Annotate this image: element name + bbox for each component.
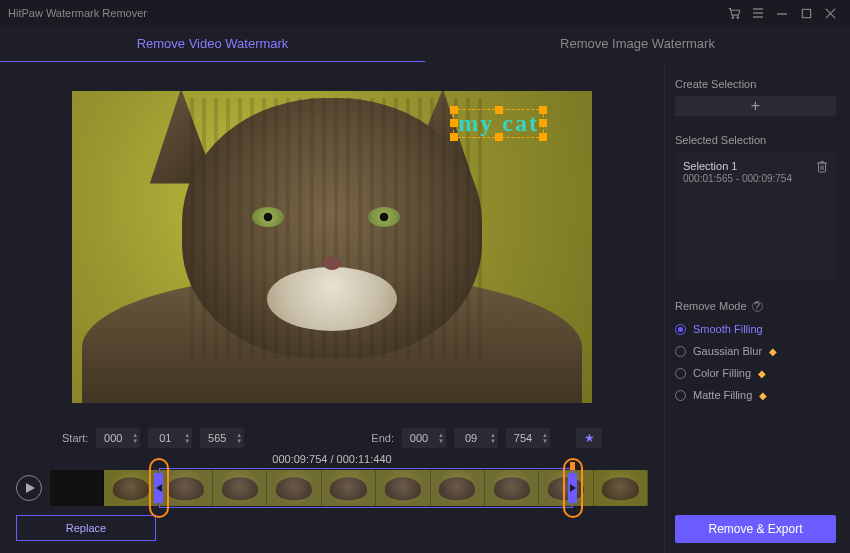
thumbnail[interactable]	[267, 470, 321, 506]
maximize-icon[interactable]	[794, 1, 818, 25]
svg-marker-9	[26, 483, 35, 493]
resize-handle[interactable]	[450, 133, 458, 141]
resize-handle[interactable]	[495, 133, 503, 141]
titlebar: HitPaw Watermark Remover	[0, 0, 850, 26]
selection-item[interactable]: Selection 1 000:01:565 - 000:09:754	[683, 160, 828, 184]
time-input-row: Start: ▲▼ ▲▼ ▲▼ End: ▲▼ ▲▼ ▲▼ ★	[8, 423, 656, 453]
timeline-thumbnails[interactable]	[50, 470, 648, 506]
start-minutes[interactable]: ▲▼	[148, 428, 192, 448]
svg-point-1	[736, 16, 738, 18]
premium-icon: ◆	[769, 346, 777, 357]
premium-icon: ◆	[758, 368, 766, 379]
create-selection-label: Create Selection	[675, 78, 836, 90]
watermark-selection-box[interactable]: my cat	[453, 109, 544, 138]
selected-selection-label: Selected Selection	[675, 134, 836, 146]
mode-tabs: Remove Video Watermark Remove Image Wate…	[0, 26, 850, 62]
resize-handle[interactable]	[450, 106, 458, 114]
end-ms[interactable]: ▲▼	[506, 428, 550, 448]
replace-button[interactable]: Replace	[16, 515, 156, 541]
mode-smooth-filling[interactable]: Smooth Filling	[675, 318, 836, 340]
resize-handle[interactable]	[539, 106, 547, 114]
tab-image-watermark[interactable]: Remove Image Watermark	[425, 26, 850, 62]
thumbnail[interactable]	[376, 470, 430, 506]
play-button[interactable]	[16, 475, 42, 501]
selection-range-text: 000:01:565 - 000:09:754	[683, 173, 810, 184]
close-icon[interactable]	[818, 1, 842, 25]
mode-matte-filling[interactable]: Matte Filling◆	[675, 384, 836, 406]
video-preview[interactable]: my cat	[8, 70, 656, 423]
selection-name: Selection 1	[683, 160, 810, 172]
playhead-marker[interactable]	[570, 462, 575, 470]
thumbnail[interactable]	[213, 470, 267, 506]
add-selection-button[interactable]: +	[675, 96, 836, 116]
resize-handle[interactable]	[539, 133, 547, 141]
resize-handle[interactable]	[539, 119, 547, 127]
delete-selection-icon[interactable]	[816, 160, 828, 176]
svg-marker-11	[570, 484, 576, 492]
resize-handle[interactable]	[495, 106, 503, 114]
favorite-button[interactable]: ★	[576, 428, 602, 448]
start-label: Start:	[62, 432, 88, 444]
mode-gaussian-blur[interactable]: Gaussian Blur◆	[675, 340, 836, 362]
time-counter: 000:09:754 / 000:11:440	[8, 453, 656, 467]
thumbnail[interactable]	[431, 470, 485, 506]
end-label: End:	[371, 432, 394, 444]
thumbnail[interactable]	[485, 470, 539, 506]
cart-icon[interactable]	[722, 1, 746, 25]
remove-export-button[interactable]: Remove & Export	[675, 515, 836, 543]
help-icon[interactable]: ?	[752, 301, 763, 312]
selection-list: Selection 1 000:01:565 - 000:09:754	[675, 152, 836, 280]
svg-rect-12	[819, 163, 826, 172]
timeline	[8, 467, 656, 509]
resize-handle[interactable]	[450, 119, 458, 127]
range-start-handle[interactable]	[149, 458, 169, 518]
thumbnail[interactable]	[594, 470, 648, 506]
svg-rect-6	[802, 9, 810, 17]
svg-point-0	[732, 16, 734, 18]
thumbnail[interactable]	[322, 470, 376, 506]
end-hours[interactable]: ▲▼	[402, 428, 446, 448]
app-title: HitPaw Watermark Remover	[8, 7, 147, 19]
menu-icon[interactable]	[746, 1, 770, 25]
premium-icon: ◆	[759, 390, 767, 401]
tab-video-watermark[interactable]: Remove Video Watermark	[0, 26, 425, 62]
remove-mode-label: Remove Mode ?	[675, 300, 836, 312]
end-minutes[interactable]: ▲▼	[454, 428, 498, 448]
mode-color-filling[interactable]: Color Filling◆	[675, 362, 836, 384]
start-hours[interactable]: ▲▼	[96, 428, 140, 448]
thumbnail[interactable]	[50, 470, 104, 506]
start-ms[interactable]: ▲▼	[200, 428, 244, 448]
minimize-icon[interactable]	[770, 1, 794, 25]
svg-marker-10	[156, 484, 162, 492]
